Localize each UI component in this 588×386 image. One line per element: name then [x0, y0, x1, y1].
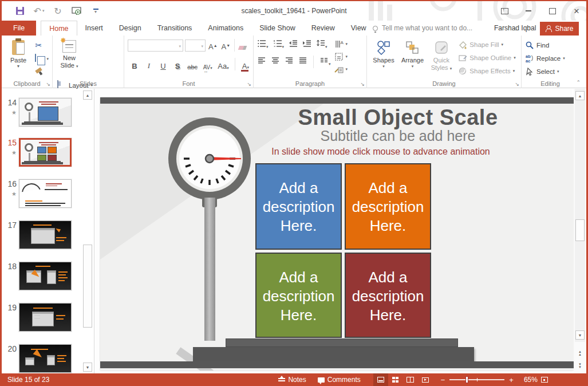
clear-formatting-button[interactable]	[238, 40, 248, 51]
slide-sorter-view-button[interactable]	[388, 373, 403, 386]
font-size-combobox[interactable]: ▾	[185, 40, 206, 52]
quick-styles-button[interactable]: QuickStyles ▾	[428, 38, 455, 78]
share-button[interactable]: Share	[540, 22, 579, 36]
thumbnail-scroll-up-icon[interactable]: ▲	[83, 90, 92, 100]
decrease-font-size-button[interactable]: A▼	[220, 40, 232, 51]
tab-home[interactable]: Home	[41, 21, 77, 36]
align-left-button[interactable]	[257, 56, 266, 68]
justify-button[interactable]	[298, 56, 307, 68]
strikethrough-button[interactable]: abc	[187, 59, 198, 70]
thumbnail-slide-19[interactable]: 19	[2, 303, 80, 332]
thumbnail-slide-14[interactable]: 14★	[2, 98, 80, 127]
tab-design[interactable]: Design	[111, 21, 149, 36]
previous-slide-button[interactable]: ▲▲	[575, 349, 585, 357]
italic-button[interactable]: I	[144, 59, 154, 70]
font-dialog-launcher-icon[interactable]: ↘	[247, 81, 251, 87]
description-box-orange[interactable]: Add a description Here.	[345, 163, 431, 250]
signed-in-user[interactable]: Farshad Iqbal	[494, 21, 536, 36]
close-button[interactable]	[571, 6, 582, 16]
tab-file[interactable]: File	[2, 21, 36, 36]
shapes-button[interactable]: Shapes ▾	[370, 38, 397, 78]
zoom-in-button[interactable]	[509, 376, 514, 384]
tab-review[interactable]: Review	[303, 21, 343, 36]
scroll-thumb[interactable]	[575, 219, 585, 241]
paragraph-dialog-launcher-icon[interactable]: ↘	[360, 81, 365, 87]
character-spacing-button[interactable]: AV▾	[202, 59, 213, 70]
description-box-blue[interactable]: Add a description Here.	[255, 163, 342, 250]
next-slide-button[interactable]: ▼▼	[575, 362, 585, 370]
description-box-dark-red[interactable]: Add a description Here.	[345, 253, 431, 338]
collapse-ribbon-icon[interactable]: ⌃	[576, 80, 581, 85]
notes-button[interactable]: Notes	[273, 373, 311, 386]
line-spacing-button[interactable]: ▾	[316, 39, 327, 50]
new-slide-button[interactable]: New Slide ▾	[56, 38, 82, 78]
maximize-button[interactable]	[547, 6, 558, 16]
thumbnail-slide-18[interactable]: 18	[2, 262, 80, 290]
increase-indent-button[interactable]	[302, 39, 311, 50]
scale-platform-base[interactable]	[193, 347, 474, 361]
bullets-button[interactable]: ▾	[257, 39, 269, 50]
convert-to-smartart-button[interactable]: ▾	[334, 64, 348, 74]
change-case-button[interactable]: Aa▾	[217, 59, 230, 70]
font-color-button[interactable]: A▾	[240, 62, 251, 70]
zoom-slider[interactable]	[449, 379, 504, 380]
scale-pole[interactable]	[204, 198, 215, 341]
scroll-down-icon[interactable]: ▼	[575, 330, 585, 340]
slide-title[interactable]: Small Object Scale	[238, 105, 558, 130]
tab-transitions[interactable]: Transitions	[149, 21, 200, 36]
tab-animations[interactable]: Animations	[200, 21, 251, 36]
fit-slide-to-window-button[interactable]	[541, 377, 548, 383]
tab-insert[interactable]: Insert	[77, 21, 111, 36]
description-box-green[interactable]: Add a description Here.	[255, 253, 342, 338]
select-button[interactable]: Select▾	[525, 65, 577, 77]
editor-scrollbar-track[interactable]	[575, 89, 585, 342]
zoom-percentage[interactable]: 65%	[518, 376, 538, 384]
thumbnail-slide-20[interactable]: 20	[2, 344, 80, 373]
increase-font-size-button[interactable]: A▲	[207, 40, 219, 51]
normal-view-button[interactable]	[373, 373, 388, 386]
tell-me-box[interactable]: Tell me what you want to do...	[373, 21, 472, 36]
align-center-button[interactable]	[271, 56, 280, 68]
columns-button[interactable]: ▾	[319, 56, 331, 68]
format-painter-button[interactable]	[35, 66, 49, 78]
tab-view[interactable]: View	[343, 21, 374, 36]
scale-dial-graphic[interactable]	[164, 113, 255, 211]
drawing-dialog-launcher-icon[interactable]: ↘	[515, 81, 519, 87]
underline-button[interactable]: U	[158, 59, 168, 70]
arrange-button[interactable]: Arrange ▾	[399, 38, 425, 78]
comments-button[interactable]: Comments	[312, 373, 366, 386]
replace-button[interactable]: abacReplace▾	[525, 52, 577, 64]
thumbnail-slide-15-selected[interactable]: 15★	[2, 138, 80, 167]
zoom-slider-thumb[interactable]	[465, 376, 468, 383]
shape-fill-button[interactable]: Shape Fill▾	[458, 38, 515, 51]
font-name-combobox[interactable]: ▾	[128, 40, 183, 52]
tab-slide-show[interactable]: Slide Show	[251, 21, 303, 36]
paste-button[interactable]: Paste ▼	[5, 38, 31, 78]
decrease-indent-button[interactable]	[289, 39, 298, 50]
scroll-up-icon[interactable]: ▲	[575, 91, 585, 100]
slide-canvas[interactable]: Small Object Scale Subtitle can be add h…	[100, 97, 574, 371]
thumbnail-scrollbar[interactable]: ▲ ▼	[83, 89, 93, 373]
numbering-button[interactable]: ▾	[273, 39, 285, 50]
thumbnail-scroll-down-icon[interactable]: ▼	[83, 363, 92, 372]
align-text-button[interactable]: ▾	[334, 51, 348, 62]
text-shadow-button[interactable]: S	[172, 59, 183, 70]
clipboard-dialog-launcher-icon[interactable]: ↘	[46, 81, 50, 87]
thumbnail-slide-17[interactable]: 17	[2, 220, 80, 249]
minimize-button[interactable]	[523, 6, 534, 16]
copy-button[interactable]: ▾	[35, 53, 49, 65]
shape-outline-button[interactable]: Shape Outline▾	[458, 51, 515, 64]
thumbnail-scroll-thumb[interactable]	[83, 245, 92, 328]
cut-button[interactable]	[35, 39, 49, 51]
slide-show-button[interactable]	[418, 373, 433, 386]
bold-button[interactable]: B	[129, 59, 140, 70]
text-direction-button[interactable]: A▾	[334, 38, 348, 49]
align-right-button[interactable]	[285, 56, 294, 68]
reading-view-button[interactable]	[403, 373, 418, 386]
scale-platform-top[interactable]	[226, 338, 458, 347]
ribbon-display-options-button[interactable]	[499, 6, 510, 16]
thumbnail-slide-16[interactable]: 16★	[2, 179, 80, 208]
slide-subtitle[interactable]: Subtitle can be add here	[238, 128, 558, 144]
find-button[interactable]: Find	[525, 39, 577, 51]
shape-effects-button[interactable]: Shape Effects▾	[458, 64, 515, 77]
